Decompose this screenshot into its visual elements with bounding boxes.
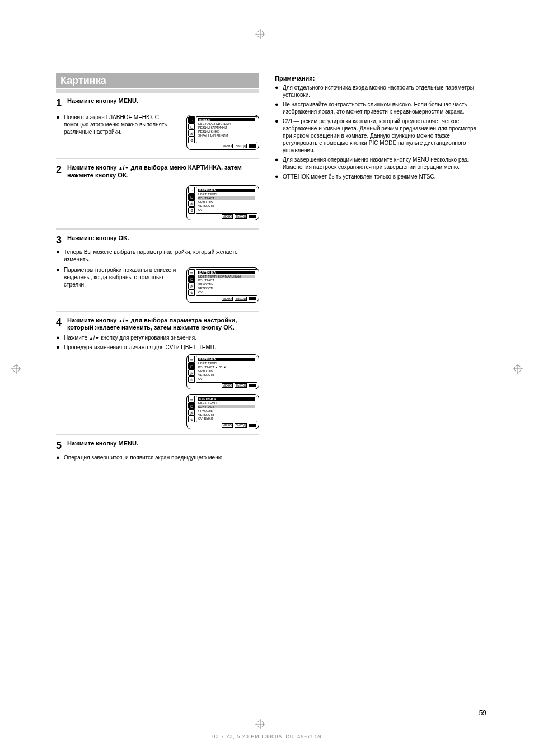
step-number: 5 — [56, 440, 67, 452]
osd-item: CVI ВЫКЛ — [198, 417, 255, 420]
tab-video-icon: ▭ — [188, 356, 195, 363]
osd-preview: ▭ ◻ 🔊 ⚙ КАРТИНКА ЦВЕТ. ТЕМП. КОНТРАСТ ЯР… — [186, 185, 259, 220]
bullet-text: Операция завершится, и появится экран пр… — [64, 454, 259, 461]
note-text: CVI — режим регулировки картинки, которы… — [283, 118, 478, 154]
osd-item: КОНТРАСТ — [198, 405, 255, 408]
tab-audio-icon: 🔊 — [188, 369, 195, 376]
osd-item: CVI — [198, 208, 255, 212]
bullet-icon: ● — [275, 156, 283, 163]
osd-item: РЕЖИМ КАРТИНКИ — [198, 126, 255, 129]
osd-item: ЯРКОСТЬ — [198, 283, 255, 286]
osd-preview: ▭ ◻ 🔊 ⚙ КАРТИНКА ЦВЕТ. ТЕМП. НОРМАЛЬНЫЙ … — [186, 267, 259, 303]
bullet-icon: ● — [275, 84, 283, 91]
osd-item: КОНТРАСТ — [198, 196, 255, 200]
osd-item: ЯРКОСТЬ — [198, 369, 255, 373]
osd-item: КОНТРАСТ — [198, 279, 255, 282]
divider — [56, 158, 259, 159]
tab-video-icon: ▭ — [188, 269, 195, 276]
osd-item: ЭКРАННЫЙ РЕЖИМ — [198, 134, 255, 137]
bullet-text: Процедура изменения отличается для CVI и… — [64, 344, 259, 351]
osd-item: ЦВЕТ. ТЕМП. — [198, 361, 255, 365]
tab-picture-icon: ◻ — [188, 402, 195, 409]
tab-audio-icon: 🔊 — [188, 283, 195, 289]
osd-item: ЦВЕТОВАЯ СИСТЕМА — [198, 122, 255, 125]
note-text: Для завершения операции меню нажмите кно… — [283, 156, 478, 171]
tab-utility-icon: ⚙ — [188, 289, 195, 296]
tab-picture-icon: ◻ — [188, 363, 195, 369]
bullet-text: Нажмите / кнопку для регулирования значе… — [64, 334, 259, 341]
osd-title: ВИДЕО — [198, 118, 255, 121]
osd-item: ЧЕТКОСТЬ — [198, 413, 255, 416]
osd-preview: ▭ ◻ 🔊 ⚙ КАРТИНКА ЦВЕТ. ТЕМП. КОНТРАСТ ЯР… — [186, 394, 259, 429]
bullet-icon: ● — [56, 344, 64, 350]
osd-title: КАРТИНКА — [198, 271, 255, 274]
tab-utility-icon: ⚙ — [188, 416, 195, 422]
osd-title: КАРТИНКА — [198, 358, 255, 361]
divider — [56, 228, 259, 230]
osd-item: ЧЕТКОСТЬ — [198, 373, 255, 377]
tab-video-icon: ▭ — [188, 396, 195, 402]
bullet-icon: ● — [56, 266, 64, 273]
section-header: Картинка — [56, 73, 259, 88]
bullet-text: Появится экран ГЛАВНОЕ МЕНЮ. С помощью э… — [64, 114, 182, 135]
tab-audio-icon: 🔊 — [188, 200, 195, 207]
step-number: 4 — [56, 317, 67, 328]
step-text: Нажмите кнопку / для выбора параметра на… — [67, 317, 259, 332]
step-number: 2 — [56, 164, 67, 176]
osd-item: ЯРКОСТЬ — [198, 200, 255, 204]
tab-video-icon: ▭ — [188, 187, 195, 194]
note-text: Для отдельного источника входа можно нас… — [283, 84, 478, 98]
osd-item: CVI — [198, 290, 255, 294]
step-text: Нажмите кнопку OK. — [67, 234, 259, 242]
tab-video-icon: ▭ — [188, 116, 195, 123]
revision-line: 03.7.23, 5:20 PM L3000A_RU_49-61 59 — [0, 734, 534, 739]
bullet-icon: ● — [56, 114, 64, 120]
tab-utility-icon: ⚙ — [188, 137, 195, 143]
tab-picture-icon: ◻ — [188, 276, 195, 283]
bullet-icon: ● — [275, 101, 283, 107]
osd-item: ЦВЕТ. ТЕМП. — [198, 192, 255, 196]
bullet-icon: ● — [56, 248, 64, 255]
step-number: 3 — [56, 234, 67, 246]
notes-heading: Примечания: — [275, 75, 478, 82]
page-number: 59 — [479, 709, 486, 717]
osd-preview: ▭ ◻ 🔊 ⚙ ВИДЕО ЦВЕТОВАЯ СИСТЕМА РЕЖИМ КАР… — [186, 115, 259, 150]
bullet-icon: ● — [275, 118, 283, 124]
divider — [56, 311, 259, 312]
divider — [56, 434, 259, 435]
tab-audio-icon: 🔊 — [188, 409, 195, 416]
divider — [56, 89, 259, 93]
osd-preview: ▭ ◻ 🔊 ⚙ КАРТИНКА ЦВЕТ. ТЕМП. КОНТРАСТ ▲ … — [186, 354, 259, 389]
bullet-text: Теперь Вы можете выбрать параметр настро… — [64, 248, 259, 263]
note-text: Не настраивайте контрастность слишком вы… — [283, 101, 478, 115]
osd-item: ЦВЕТ. ТЕМП. — [198, 401, 255, 405]
tab-audio-icon: 🔊 — [188, 130, 195, 137]
step-number: 1 — [56, 97, 67, 109]
tab-picture-icon: ◻ — [188, 123, 195, 130]
osd-item: CVI — [198, 377, 255, 381]
bullet-icon: ● — [56, 454, 64, 461]
step-text: Нажмите кнопку MENU. — [67, 440, 259, 448]
osd-item: ЧЕТКОСТЬ — [198, 204, 255, 208]
osd-title: КАРТИНКА — [198, 397, 255, 401]
osd-title: КАРТИНКА — [198, 189, 255, 192]
osd-item: ЦВЕТ. ТЕМП. НОРМАЛЬНЫЙ — [198, 275, 255, 278]
step-text: Нажмите кнопку / для выбора меню КАРТИНК… — [67, 164, 259, 180]
osd-item: ЧЕТКОСТЬ — [198, 287, 255, 290]
tab-picture-icon: ◻ — [188, 194, 195, 200]
bullet-text: Параметры настройки показаны в списке и … — [64, 266, 182, 288]
tab-utility-icon: ⚙ — [188, 376, 195, 383]
osd-item: ЯРКОСТЬ — [198, 409, 255, 412]
osd-item: КОНТРАСТ ▲ 00 ▼ — [198, 365, 255, 369]
bullet-icon: ● — [56, 334, 64, 341]
step-text: Нажмите кнопку MENU. — [67, 97, 259, 105]
bullet-icon: ● — [275, 173, 283, 180]
osd-item: РЕЖИМ КИНО — [198, 130, 255, 133]
tab-utility-icon: ⚙ — [188, 207, 195, 214]
note-text: ОТТЕНОК может быть установлен только в р… — [283, 173, 478, 180]
